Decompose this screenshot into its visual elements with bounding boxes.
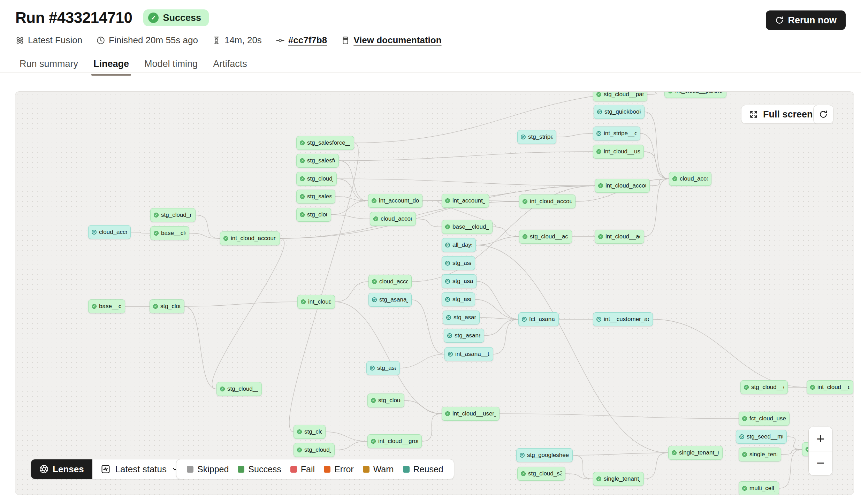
zoom-in-button[interactable]: + bbox=[809, 427, 832, 451]
lineage-node[interactable]: ✓stg_cloud__us… bbox=[296, 172, 337, 186]
node-label: base__cloud_… bbox=[161, 230, 185, 237]
lineage-node[interactable]: ✓cloud_accounts_… bbox=[370, 212, 416, 226]
run-meta: Latest Fusion Finished 20m 55s ago 14m, … bbox=[15, 35, 846, 46]
edges-svg bbox=[15, 92, 854, 495]
lineage-node[interactable]: ⟳stg_asana__… bbox=[366, 361, 400, 375]
check-icon: ✓ bbox=[148, 13, 159, 23]
lineage-edge bbox=[489, 201, 519, 201]
lineage-node[interactable]: ⟳stg_asana… bbox=[442, 292, 475, 306]
lineage-node[interactable]: ✓cloud_account… bbox=[368, 275, 412, 289]
lineage-node[interactable]: ✓int_cloud__accoun… bbox=[595, 230, 644, 244]
reused-status-icon: ⟳ bbox=[92, 230, 97, 235]
node-label: int_cloud__partner_co… bbox=[675, 91, 723, 94]
commit-link[interactable]: #cc7f7b8 bbox=[288, 35, 327, 46]
success-status-icon: ✓ bbox=[300, 212, 305, 217]
lineage-node[interactable]: ✓stg_salesforce__cloud_… bbox=[296, 136, 354, 150]
lineage-node[interactable]: ✓single_tenant_map… bbox=[593, 472, 644, 486]
lineage-edge bbox=[331, 201, 368, 215]
lineage-node[interactable]: ⟳stg_stripe__c… bbox=[517, 130, 556, 144]
meta-commit[interactable]: #cc7f7b8 bbox=[276, 35, 327, 46]
lineage-node[interactable]: ✓stg_cloud__… bbox=[296, 208, 331, 222]
lineage-node[interactable]: ✓int_account_domain… bbox=[368, 194, 422, 208]
lineage-node[interactable]: ⟳fct_asana_proj… bbox=[518, 312, 559, 326]
view-documentation-link[interactable]: View documentation bbox=[353, 35, 441, 46]
lineage-node[interactable]: ✓base__cloud_acco… bbox=[442, 220, 493, 234]
success-status-icon: ✓ bbox=[371, 439, 376, 444]
lineage-node[interactable]: ✓int_cloud__us… bbox=[297, 295, 335, 309]
node-label: multi_cell_m… bbox=[749, 485, 775, 492]
success-status-icon: ✓ bbox=[672, 176, 677, 181]
success-status-icon: ✓ bbox=[596, 149, 601, 154]
lineage-node[interactable]: ⟳stg_asana__tas… bbox=[368, 293, 412, 307]
lineage-node[interactable]: ⟳stg_asana… bbox=[442, 256, 475, 270]
success-status-icon: ✓ bbox=[154, 213, 159, 217]
success-status-icon: ✓ bbox=[445, 411, 450, 416]
lineage-node[interactable]: ⟳stg_seed__multireg… bbox=[736, 430, 787, 444]
lens-selector[interactable]: Latest status bbox=[92, 459, 187, 479]
lineage-node[interactable]: ✓fct_cloud_user_acc… bbox=[739, 412, 790, 426]
lineage-node[interactable]: ✓stg_cloud__partner_c… bbox=[593, 91, 647, 101]
lineage-node[interactable]: ✓int_cloud_account__m… bbox=[220, 231, 280, 245]
lineage-node[interactable]: ✓base__clou… bbox=[88, 299, 125, 313]
lineage-canvas[interactable]: ⟳cloud_account…✓stg_cloud_region…✓base__… bbox=[15, 91, 854, 495]
lineage-node[interactable]: ✓stg_cloud__us… bbox=[367, 394, 404, 407]
lineage-node[interactable]: ✓stg_cloud_s3_singl… bbox=[517, 467, 565, 481]
lineage-node[interactable]: ✓stg_cloud_… bbox=[294, 425, 326, 439]
lineage-edge bbox=[556, 133, 593, 137]
tabs-divider bbox=[0, 72, 861, 73]
lineage-node[interactable]: ⟳cloud_account… bbox=[88, 225, 131, 239]
lineage-node[interactable]: ✓cloud_account… bbox=[669, 172, 711, 186]
lineage-node[interactable]: ✓stg_cloud__accounts… bbox=[519, 230, 572, 244]
canvas-refresh-button[interactable] bbox=[813, 105, 833, 124]
legend-swatch bbox=[324, 466, 330, 473]
lineage-node[interactable]: ✓stg_cloud__… bbox=[150, 299, 184, 313]
lineage-node[interactable]: ⟳int_asana__task_s… bbox=[444, 347, 493, 361]
lineage-node[interactable]: ✓int_cloud_account_ma… bbox=[519, 194, 576, 208]
fusion-icon bbox=[15, 36, 24, 45]
lineage-node[interactable]: ✓single_tenant_mapp… bbox=[668, 446, 723, 460]
lineage-node[interactable]: ✓int_cloud__group_per… bbox=[367, 434, 422, 448]
lineage-node[interactable]: ✓int_cloud_account_ma… bbox=[595, 179, 650, 193]
lineage-node[interactable]: ✓stg_cloud__devel… bbox=[740, 380, 788, 394]
lineage-node[interactable]: ⟳stg_asana_… bbox=[442, 274, 477, 288]
lineage-node[interactable]: ✓multi_cell_m… bbox=[739, 481, 779, 495]
node-label: int_cloud__user_ac… bbox=[604, 148, 640, 155]
lineage-node[interactable]: ✓single_tenant_… bbox=[739, 448, 781, 461]
lineage-node[interactable]: ⟳stg_asana__… bbox=[443, 311, 480, 324]
lineage-node[interactable]: ✓int_account_dom… bbox=[442, 194, 489, 208]
lineage-node[interactable]: ⟳stg_quickbooks__a… bbox=[594, 105, 645, 119]
lenses-button[interactable]: Lenses bbox=[31, 459, 92, 479]
node-label: int_account_domain… bbox=[379, 197, 419, 204]
lineage-edge bbox=[412, 300, 444, 354]
lineage-edge bbox=[422, 414, 442, 441]
lineage-node[interactable]: ✓stg_cloud__group… bbox=[294, 443, 335, 457]
legend-label: Fail bbox=[301, 464, 315, 474]
meta-duration-label: 14m, 20s bbox=[224, 35, 262, 46]
lineage-node[interactable]: ✓stg_salesforce_… bbox=[296, 154, 339, 168]
lineage-node[interactable]: ✓int_cloud__devel… bbox=[807, 380, 853, 394]
lineage-edge bbox=[645, 112, 669, 179]
success-status-icon: ✓ bbox=[297, 429, 302, 434]
lineage-node[interactable]: ⟳stg_asana__pr… bbox=[444, 329, 484, 343]
success-status-icon: ✓ bbox=[300, 158, 305, 163]
reused-status-icon: ⟳ bbox=[445, 297, 450, 302]
lineage-node[interactable]: ✓stg_salesforce… bbox=[296, 190, 335, 204]
success-status-icon: ✓ bbox=[742, 416, 747, 421]
node-label: stg_stripe__c… bbox=[528, 133, 553, 140]
lineage-node[interactable]: ✓int_cloud__user_ac… bbox=[593, 145, 644, 159]
lineage-node[interactable]: ⟳stg_googlesheets__sin… bbox=[516, 448, 573, 462]
node-label: stg_cloud__email… bbox=[227, 385, 258, 392]
lineage-node[interactable]: ✓stg_cloud__email… bbox=[216, 382, 262, 396]
meta-docs[interactable]: View documentation bbox=[341, 35, 441, 46]
zoom-out-button[interactable]: − bbox=[809, 451, 832, 475]
lineage-node[interactable]: ✓base__cloud_… bbox=[150, 226, 189, 240]
lineage-node[interactable]: ✓stg_cloud_region… bbox=[150, 208, 196, 222]
lineage-node[interactable]: ⟳int__customer_account… bbox=[593, 312, 653, 326]
lineage-node[interactable]: ⟳int_stripe__custo… bbox=[593, 127, 640, 140]
rerun-now-button[interactable]: Rerun now bbox=[766, 10, 846, 30]
lineage-node[interactable]: ⟳all_days bbox=[442, 238, 476, 252]
fullscreen-button[interactable]: Full screen bbox=[741, 105, 821, 124]
fullscreen-icon bbox=[749, 110, 758, 119]
lineage-node[interactable]: ✓int_cloud__partner_co… bbox=[664, 91, 726, 98]
lineage-node[interactable]: ✓int_cloud__user_group… bbox=[442, 407, 500, 421]
